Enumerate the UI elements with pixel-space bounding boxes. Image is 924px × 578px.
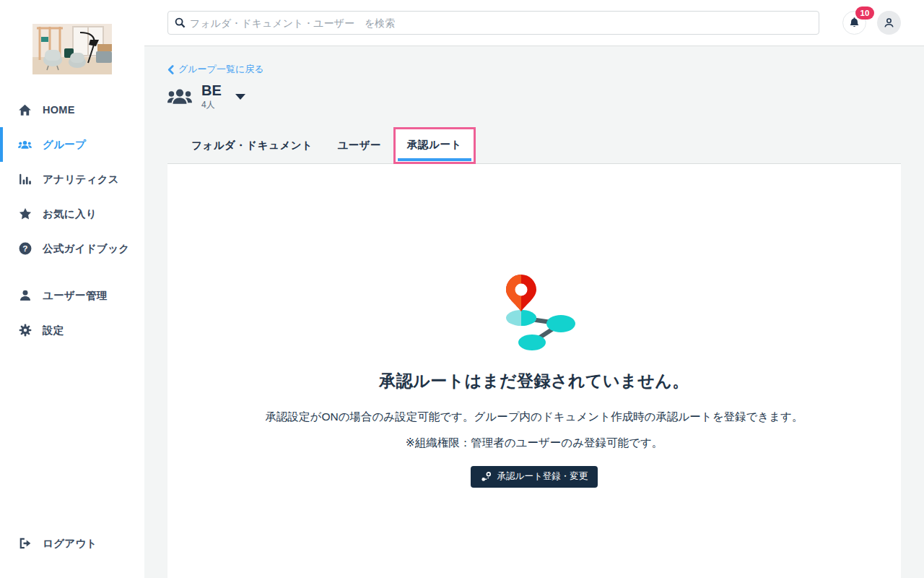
star-icon bbox=[18, 207, 32, 221]
sidebar: HOME グループ アナリティクス お気に入り bbox=[0, 0, 144, 578]
back-link-label: グループ一覧に戻る bbox=[178, 63, 264, 76]
group-titles: BE 4人 bbox=[201, 82, 222, 111]
search-box[interactable] bbox=[167, 11, 819, 35]
app-window: HOME グループ アナリティクス お気に入り bbox=[0, 0, 924, 578]
empty-state-line1: 承認設定がONの場合のみ設定可能です。グループ内のドキュメント作成時の承認ルート… bbox=[167, 410, 901, 425]
sidebar-item-label: アナリティクス bbox=[43, 173, 119, 186]
user-icon bbox=[18, 289, 32, 303]
sidebar-item-label: ログアウト bbox=[43, 537, 97, 551]
empty-state-line2: ※組織権限：管理者のユーザーのみ登録可能です。 bbox=[167, 436, 901, 451]
sidebar-item-analytics[interactable]: アナリティクス bbox=[0, 162, 144, 197]
chart-icon bbox=[18, 173, 32, 186]
chevron-left-icon bbox=[167, 65, 174, 74]
logout-icon bbox=[18, 537, 32, 551]
avatar[interactable] bbox=[877, 11, 901, 35]
sidebar-item-label: ユーザー管理 bbox=[43, 289, 107, 303]
sidebar-item-label: お気に入り bbox=[43, 207, 97, 221]
sidebar-item-label: 公式ガイドブック bbox=[43, 242, 129, 256]
logo-image[interactable] bbox=[32, 24, 112, 74]
chevron-down-icon[interactable] bbox=[235, 94, 245, 100]
sidebar-item-settings[interactable]: 設定 bbox=[0, 313, 144, 348]
group-name: BE bbox=[201, 82, 222, 99]
register-approval-route-button[interactable]: 承認ルート登録・変更 bbox=[471, 466, 598, 488]
sidebar-item-label: 設定 bbox=[43, 324, 64, 337]
sidebar-item-guidebook[interactable]: ? 公式ガイドブック bbox=[0, 231, 144, 266]
svg-text:?: ? bbox=[22, 243, 28, 254]
group-page: グループ一覧に戻る BE 4人 フォルダ・ドキュメント ユーザー 承認ルート bbox=[144, 46, 924, 578]
main-area: 10 グループ一覧に戻る bbox=[144, 0, 924, 578]
user-avatar-icon bbox=[882, 16, 896, 30]
interior-photo-logo bbox=[32, 24, 112, 74]
tab-folders-documents[interactable]: フォルダ・ドキュメント bbox=[179, 129, 325, 163]
sidebar-item-label: グループ bbox=[43, 138, 86, 152]
users-icon bbox=[18, 138, 32, 152]
empty-state-title: 承認ルートはまだ登録されていません。 bbox=[167, 370, 901, 392]
approval-route-panel: 承認ルートはまだ登録されていません。 承認設定がONの場合のみ設定可能です。グル… bbox=[167, 164, 901, 578]
sidebar-item-label: HOME bbox=[43, 104, 75, 116]
tab-bar: フォルダ・ドキュメント ユーザー 承認ルート bbox=[167, 127, 901, 164]
group-icon bbox=[167, 87, 192, 107]
sidebar-item-favorites[interactable]: お気に入り bbox=[0, 197, 144, 231]
back-to-groups-link[interactable]: グループ一覧に戻る bbox=[167, 63, 264, 76]
sidebar-item-user-management[interactable]: ユーザー管理 bbox=[0, 278, 144, 313]
home-icon bbox=[18, 103, 32, 117]
sidebar-nav: HOME グループ アナリティクス お気に入り bbox=[0, 92, 144, 348]
notification-badge: 10 bbox=[855, 7, 874, 20]
search-input[interactable] bbox=[190, 17, 812, 29]
tab-users[interactable]: ユーザー bbox=[325, 129, 393, 163]
notifications-button[interactable]: 10 bbox=[842, 11, 866, 35]
topbar-actions: 10 bbox=[842, 11, 901, 35]
group-member-count: 4人 bbox=[201, 99, 222, 111]
question-icon: ? bbox=[18, 242, 32, 256]
gear-icon bbox=[18, 324, 32, 337]
tab-approval-route[interactable]: 承認ルート bbox=[393, 127, 476, 164]
sidebar-item-logout[interactable]: ログアウト bbox=[0, 526, 144, 561]
sidebar-item-home[interactable]: HOME bbox=[0, 92, 144, 127]
map-route-illustration bbox=[480, 270, 588, 357]
group-header: BE 4人 bbox=[167, 82, 901, 111]
top-bar: 10 bbox=[144, 0, 924, 46]
empty-state-description: 承認設定がONの場合のみ設定可能です。グループ内のドキュメント作成時の承認ルート… bbox=[167, 410, 901, 451]
route-icon bbox=[481, 471, 492, 482]
sidebar-item-groups[interactable]: グループ bbox=[0, 127, 144, 162]
register-button-label: 承認ルート登録・変更 bbox=[497, 470, 588, 483]
search-icon bbox=[175, 17, 186, 28]
